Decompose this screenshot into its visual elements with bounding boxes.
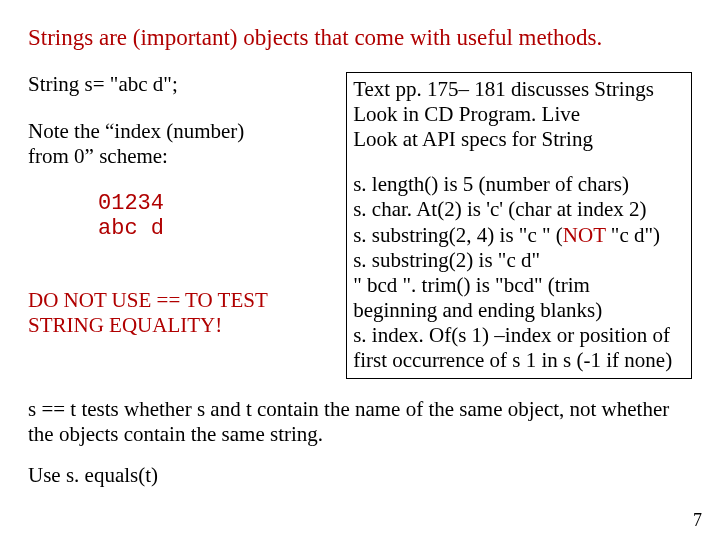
equality-warning: DO NOT USE == TO TEST STRING EQUALITY! bbox=[28, 288, 334, 338]
ref-line3: Look at API specs for String bbox=[353, 127, 685, 152]
use-equals: Use s. equals(t) bbox=[28, 463, 692, 488]
method-length: s. length() is 5 (number of chars) bbox=[353, 172, 685, 197]
index-chars: abc d bbox=[98, 216, 334, 241]
index-example: 01234 abc d bbox=[28, 191, 334, 242]
index-digits: 01234 bbox=[98, 191, 334, 216]
slide: Strings are (important) objects that com… bbox=[0, 0, 720, 540]
substring24-not: NOT bbox=[563, 223, 606, 247]
slide-title: Strings are (important) objects that com… bbox=[28, 24, 692, 52]
substring24-a: s. substring(2, 4) is "c " ( bbox=[353, 223, 563, 247]
left-column: String s= "abc d"; Note the “index (numb… bbox=[28, 72, 334, 361]
ref-line1: Text pp. 175– 181 discusses Strings bbox=[353, 77, 685, 102]
page-number: 7 bbox=[693, 510, 702, 532]
warning-line2: STRING EQUALITY! bbox=[28, 313, 222, 337]
columns: String s= "abc d"; Note the “index (numb… bbox=[28, 72, 692, 379]
ref-line2: Look in CD Program. Live bbox=[353, 102, 685, 127]
spacer bbox=[353, 152, 685, 172]
index-scheme-line1: Note the “index (number) bbox=[28, 119, 244, 143]
method-trim-1: " bcd ". trim() is "bcd" (trim bbox=[353, 273, 685, 298]
equality-explain: s == t tests whether s and t contain the… bbox=[28, 397, 692, 447]
method-indexof-1: s. index. Of(s 1) –index or position of bbox=[353, 323, 685, 348]
method-substring2: s. substring(2) is "c d" bbox=[353, 248, 685, 273]
method-trim-2: beginning and ending blanks) bbox=[353, 298, 685, 323]
method-indexof-2: first occurrence of s 1 in s (-1 if none… bbox=[353, 348, 685, 373]
method-charat: s. char. At(2) is 'c' (char at index 2) bbox=[353, 197, 685, 222]
right-box: Text pp. 175– 181 discusses Strings Look… bbox=[346, 72, 692, 379]
footer-notes: s == t tests whether s and t contain the… bbox=[28, 397, 692, 489]
index-scheme-line2: from 0” scheme: bbox=[28, 144, 168, 168]
substring24-c: "c d") bbox=[606, 223, 660, 247]
warning-line1: DO NOT USE == TO TEST bbox=[28, 288, 268, 312]
string-declaration: String s= "abc d"; bbox=[28, 72, 334, 97]
index-scheme-note: Note the “index (number) from 0” scheme: bbox=[28, 119, 334, 169]
method-substring24: s. substring(2, 4) is "c " (NOT "c d") bbox=[353, 223, 685, 248]
